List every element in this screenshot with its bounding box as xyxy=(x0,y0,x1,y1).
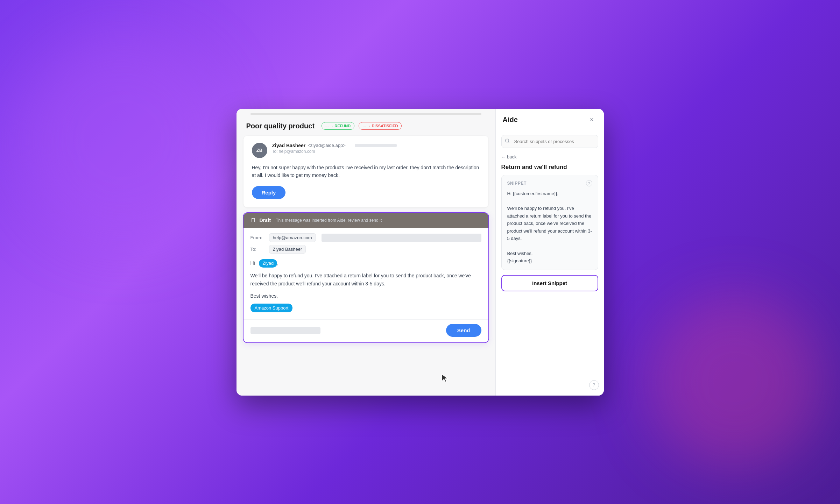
send-button[interactable]: Send xyxy=(446,324,481,337)
from-value: help@amazon.com xyxy=(269,233,316,242)
avatar: ZB xyxy=(252,143,267,158)
close-button[interactable]: × xyxy=(587,115,597,125)
name-pill: Ziyad xyxy=(259,259,277,267)
best-wishes: Best wishes, xyxy=(250,292,481,300)
hi-line: Hi Ziyad, xyxy=(250,259,481,267)
draft-card: 🗒 Draft This message was inserted from A… xyxy=(243,213,488,342)
main-modal: Poor quality product ... → REFUND ... → … xyxy=(237,109,604,396)
from-row: From: help@amazon.com xyxy=(250,233,481,242)
signature-pill: Amazon Support xyxy=(250,304,293,312)
email-body: Hey, I'm not super happy with the produc… xyxy=(252,164,480,179)
snippet-content: Hi {{customer.firstname}}, We'll be happ… xyxy=(507,190,592,265)
draft-body: From: help@amazon.com To: Ziyad Basheer … xyxy=(243,228,488,319)
from-spacer xyxy=(322,234,481,242)
back-link[interactable]: ← back xyxy=(496,153,604,162)
snippet-help-icon[interactable]: ? xyxy=(586,180,592,186)
svg-line-1 xyxy=(508,142,509,143)
snippet-label: Snippet xyxy=(507,181,527,186)
snippet-label-row: Snippet ? xyxy=(507,180,592,186)
draft-label: Draft xyxy=(260,218,271,223)
reply-button[interactable]: Reply xyxy=(252,186,286,199)
email-header: ZB Ziyad Basheer <ziyad@aide.app> To: he… xyxy=(252,143,480,158)
snippet-line4: {{signature}} xyxy=(507,257,592,264)
snippet-box: Snippet ? Hi {{customer.firstname}}, We'… xyxy=(501,175,598,270)
to-value: Ziyad Basheer xyxy=(269,245,306,254)
draft-para: We'll be happy to refund you. I've attac… xyxy=(250,272,481,288)
sender-to: To: help@amazon.com xyxy=(272,149,480,154)
insert-snippet-button[interactable]: Insert Snippet xyxy=(501,275,598,291)
left-panel: Poor quality product ... → REFUND ... → … xyxy=(237,109,495,396)
svg-point-0 xyxy=(505,139,508,142)
snippet-heading: Return and we'll refund xyxy=(496,162,604,175)
draft-footer: Send xyxy=(243,319,488,342)
sender-email: <ziyad@aide.app> xyxy=(308,143,346,148)
refund-tag: ... → REFUND xyxy=(322,122,354,130)
dissatisfied-tag: ... → DISSATISFIED xyxy=(359,122,402,130)
email-card: ZB Ziyad Basheer <ziyad@aide.app> To: he… xyxy=(243,136,488,208)
snippet-line2: We'll be happy to refund you. I've attac… xyxy=(507,205,592,242)
search-bar xyxy=(501,135,598,148)
draft-hint: This message was inserted from Aide, rev… xyxy=(276,218,382,223)
aide-panel: Aide × ← back Return and we'll refund xyxy=(495,109,604,396)
aide-header: Aide × xyxy=(496,109,604,130)
hi-text: Hi xyxy=(250,260,255,266)
ticket-title: Poor quality product xyxy=(246,122,315,130)
draft-icon: 🗒 xyxy=(250,217,256,223)
to-label: To: xyxy=(250,247,266,252)
search-icon xyxy=(505,139,510,144)
ticket-header: Poor quality product ... → REFUND ... → … xyxy=(237,115,495,136)
aide-title: Aide xyxy=(503,116,518,124)
snippet-line1: Hi {{customer.firstname}}, xyxy=(507,190,592,197)
draft-footer-bar xyxy=(250,327,320,334)
sender-name: Ziyad Basheer xyxy=(272,143,306,148)
search-input[interactable] xyxy=(501,135,598,148)
draft-header: 🗒 Draft This message was inserted from A… xyxy=(243,213,488,228)
bottom-help-icon[interactable]: ? xyxy=(589,380,599,390)
sender-info: Ziyad Basheer <ziyad@aide.app> To: help@… xyxy=(272,143,480,154)
from-label: From: xyxy=(250,235,266,240)
snippet-line3: Best wishes, xyxy=(507,250,592,257)
to-row: To: Ziyad Basheer xyxy=(250,245,481,254)
draft-content: Hi Ziyad, We'll be happy to refund you. … xyxy=(250,256,481,314)
back-label: ← back xyxy=(501,154,517,159)
